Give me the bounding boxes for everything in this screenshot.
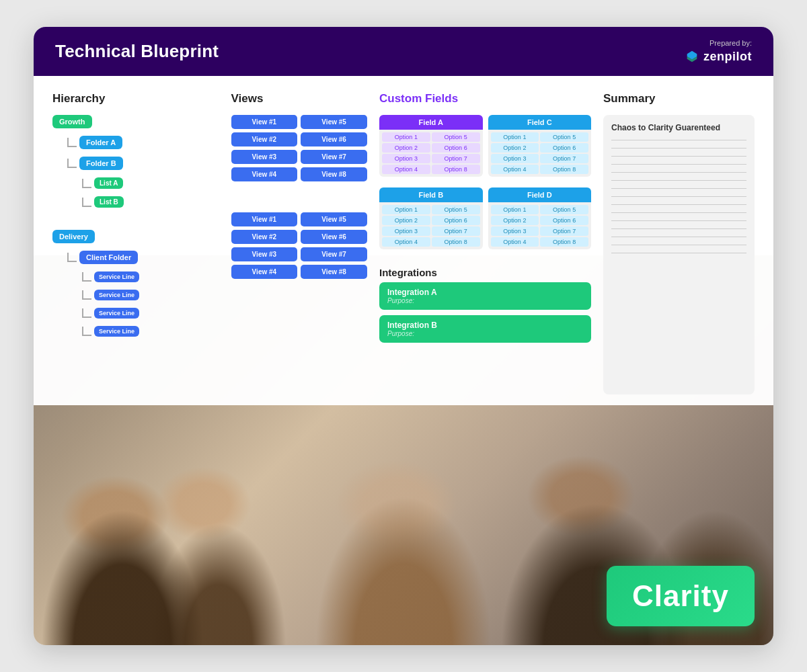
field-a-card: Field A Option 1 Option 5 Option 2 Optio… [379,115,483,177]
sum-divider-5 [611,172,746,173]
field-a-opt2: Option 2 [382,143,430,153]
summary-card: Chaos to Clarity Guarenteed [603,115,755,394]
page-title: Technical Blueprint [55,41,219,62]
list-a-node: List A [94,177,123,189]
view-top-7[interactable]: View #7 [301,150,367,164]
tree-line-sl4 [82,327,91,336]
prepared-by-label: Prepared by: [709,39,752,47]
client-folder-node: Client Folder [79,251,138,264]
hierarchy-clientfolder-row: Client Folder [67,251,219,264]
sum-divider-13 [611,237,746,237]
field-c-opt1: Option 1 [491,132,539,142]
field-a-opt8: Option 8 [432,165,480,174]
custom-fields-title: Custom Fields [379,92,591,106]
view-top-1[interactable]: View #1 [231,115,298,129]
field-b-opt4: Option 4 [382,237,430,247]
hierarchy-listb-row: List B [82,196,219,208]
service-line-1-row: Service Line [82,271,219,282]
list-b-node: List B [94,196,124,208]
brand-name: zenpilot [703,50,752,64]
field-d-opt7: Option 7 [540,226,588,236]
field-a-opt5: Option 5 [432,132,480,142]
sum-divider-11 [611,220,746,221]
folder-b-node: Folder B [79,157,123,170]
sum-divider-7 [611,188,746,189]
summary-title: Summary [603,92,755,106]
sum-divider-12 [611,228,746,229]
view-bot-4[interactable]: View #4 [231,265,298,279]
tree-line-listb [82,198,91,207]
view-top-4[interactable]: View #4 [231,167,298,181]
clarity-text: Clarity [632,579,729,613]
sum-divider-15 [611,253,746,253]
view-bot-8[interactable]: View #8 [301,265,367,279]
views-top-grid: View #1 View #5 View #2 View #6 View #3 … [231,115,368,181]
field-a-body: Option 1 Option 5 Option 2 Option 6 Opti… [379,130,483,177]
integration-a-card: Integration A Purpose: [379,282,591,310]
sum-divider-14 [611,245,746,245]
fields-grid-top: Field A Option 1 Option 5 Option 2 Optio… [379,115,591,177]
sum-divider-10 [611,212,746,213]
zenpilot-icon [685,49,699,64]
field-d-header: Field D [488,187,592,202]
tree-line-foldera [67,138,77,147]
service-line-1-node: Service Line [94,271,139,282]
view-top-8[interactable]: View #8 [301,167,367,181]
view-top-5[interactable]: View #5 [301,115,367,129]
field-c-body: Option 1 Option 5 Option 2 Option 6 Opti… [488,130,592,177]
field-b-header: Field B [379,187,483,202]
field-d-opt2: Option 2 [491,216,539,225]
sum-divider-1 [611,140,746,140]
service-line-2-node: Service Line [94,290,139,300]
service-line-3-row: Service Line [82,308,219,319]
clarity-badge: Clarity [607,566,755,626]
service-line-4-row: Service Line [82,326,219,337]
field-c-opt3: Option 3 [491,154,539,163]
sum-divider-6 [611,180,746,181]
field-b-card: Field B Option 1 Option 5 Option 2 Optio… [379,187,483,249]
field-b-opt5: Option 5 [432,205,480,214]
view-bot-3[interactable]: View #3 [231,247,298,261]
integration-b-card: Integration B Purpose: [379,315,591,343]
view-top-6[interactable]: View #6 [301,132,367,146]
integrations-section: Integrations Integration A Purpose: Inte… [379,267,591,348]
service-line-4-node: Service Line [94,326,139,337]
hierarchy-folderb-row: Folder B [67,157,219,170]
growth-node: Growth [52,115,92,128]
field-a-opt7: Option 7 [432,154,480,163]
field-c-opt7: Option 7 [540,154,588,163]
field-c-opt4: Option 4 [491,165,539,174]
views-title: Views [231,92,368,106]
service-line-2-row: Service Line [82,290,219,300]
folder-a-node: Folder A [79,136,122,149]
field-b-body: Option 1 Option 5 Option 2 Option 6 Opti… [379,202,483,249]
field-b-opt8: Option 8 [432,237,480,247]
field-d-opt8: Option 8 [540,237,588,247]
content-area: Hierarchy Growth Folder A Folder B [34,76,773,645]
field-b-opt1: Option 1 [382,205,430,214]
field-d-opt3: Option 3 [491,226,539,236]
hierarchy-title: Hierarchy [52,92,219,106]
view-bot-7[interactable]: View #7 [301,247,367,261]
field-c-opt8: Option 8 [540,165,588,174]
field-a-header: Field A [379,115,483,130]
view-bot-6[interactable]: View #6 [301,230,367,244]
view-top-2[interactable]: View #2 [231,132,298,146]
doc-panel: Hierarchy Growth Folder A Folder B [34,76,773,405]
field-d-card: Field D Option 1 Option 5 Option 2 Optio… [488,187,592,249]
tree-line-client [67,253,77,262]
fields-grid-bottom: Field B Option 1 Option 5 Option 2 Optio… [379,187,591,249]
view-bot-1[interactable]: View #1 [231,212,298,226]
field-c-header: Field C [488,115,592,130]
view-top-3[interactable]: View #3 [231,150,298,164]
tree-line-lista [82,179,91,188]
tree-line-sl1 [82,272,91,282]
summary-lines [611,138,746,255]
custom-fields-section: Custom Fields Field A Option 1 Option 5 … [379,92,591,394]
integration-a-purpose: Purpose: [387,297,583,304]
view-bot-5[interactable]: View #5 [301,212,367,226]
hierarchy-lista-row: List A [82,177,219,189]
views-section: Views View #1 View #5 View #2 View #6 Vi… [231,92,368,394]
view-bot-2[interactable]: View #2 [231,230,298,244]
header: Technical Blueprint Prepared by: zenpilo… [34,27,773,76]
